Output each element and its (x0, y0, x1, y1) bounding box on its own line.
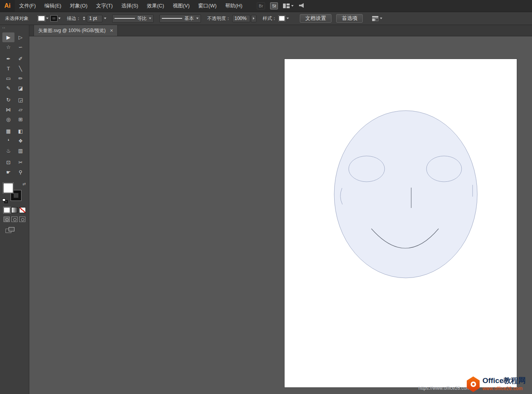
watermark-faint-url: https://www.office26.com (418, 385, 470, 391)
pen-tool[interactable]: ✒ (2, 54, 14, 64)
curvature-tool[interactable]: ✐ (14, 54, 27, 64)
menu-effect[interactable]: 效果(C) (143, 0, 168, 12)
stepper-down-icon[interactable] (83, 19, 85, 20)
chevron-down-icon (149, 18, 151, 19)
style-dropdown-icon[interactable] (287, 18, 289, 19)
default-fill-stroke-icon[interactable] (2, 199, 9, 204)
stroke-width-stepper[interactable] (83, 16, 85, 20)
fill-swatch[interactable] (38, 16, 45, 21)
color-mode-row (0, 207, 29, 213)
screen-mode-button[interactable] (5, 227, 15, 233)
draw-inside-button[interactable] (19, 217, 25, 222)
selection-status: 未选择对象 (5, 15, 36, 22)
line-segment-tool[interactable]: ╲ (14, 64, 27, 73)
perspective-grid-tool[interactable]: ⊞ (14, 115, 27, 124)
menu-type[interactable]: 文字(T) (92, 0, 117, 12)
app-logo[interactable]: Ai (0, 0, 15, 12)
gradient-mode-button[interactable] (11, 207, 18, 213)
none-mode-button[interactable] (19, 207, 26, 213)
width-tool[interactable]: ⋈ (2, 105, 14, 115)
stock-icon[interactable]: St (270, 2, 278, 9)
menu-window[interactable]: 窗口(W) (194, 0, 221, 12)
watermark-url: www.office26.com (482, 386, 526, 391)
fill-color-well[interactable] (38, 16, 48, 21)
style-label: 样式： (263, 15, 277, 22)
draw-normal-button[interactable] (4, 217, 10, 222)
menu-help[interactable]: 帮助(H) (221, 0, 247, 12)
illustrator-window: Ai 文件(F) 编辑(E) 对象(O) 文字(T) 选择(S) 效果(C) 视… (0, 0, 532, 394)
chevron-down-icon (380, 18, 382, 19)
share-icon[interactable] (299, 3, 305, 9)
draw-behind-button[interactable] (11, 217, 18, 222)
watermark-text-block: Office教程网 www.office26.com (482, 377, 526, 391)
shape-builder-tool[interactable]: ◎ (2, 115, 14, 124)
symbol-sprayer-tool[interactable]: ♨ (2, 146, 14, 156)
stepper-up-icon[interactable] (83, 16, 85, 18)
arrow-right-icon (253, 17, 254, 20)
rectangle-tool[interactable]: ▭ (2, 73, 14, 83)
panel-toggle[interactable] (372, 16, 382, 21)
zoom-tool[interactable]: ⚲ (14, 167, 27, 177)
chevron-down-icon (46, 18, 48, 19)
canvas-area[interactable] (29, 36, 532, 394)
stroke-width-label: 描边： (67, 15, 81, 22)
document-tab[interactable]: 矢量图.svg @ 100% (RGB/预览) × (34, 25, 118, 36)
eraser-tool[interactable]: ◪ (14, 83, 27, 93)
collapse-toolbar-icon[interactable]: ‹‹ (0, 25, 29, 31)
menu-bar: Ai 文件(F) 编辑(E) 对象(O) 文字(T) 选择(S) 效果(C) 视… (0, 0, 532, 12)
menu-file[interactable]: 文件(F) (15, 0, 40, 12)
menu-select[interactable]: 选择(S) (117, 0, 142, 12)
screen-mode-front-icon (9, 227, 14, 231)
chevron-down-icon (196, 18, 199, 19)
brush-preview (162, 18, 182, 19)
drawing-modes-row (0, 217, 29, 222)
watermark-ring-icon (471, 381, 476, 387)
blend-tool[interactable]: ❖ (14, 136, 27, 146)
menu-view[interactable]: 视图(V) (168, 0, 194, 12)
artboard[interactable] (285, 59, 517, 387)
mesh-tool[interactable]: ▦ (2, 126, 14, 136)
scale-tool[interactable]: ◲ (14, 95, 27, 105)
eyedropper-tool[interactable]: ❛ (2, 136, 14, 146)
free-transform-tool[interactable]: ▱ (14, 105, 27, 115)
pencil-tool[interactable]: ✎ (2, 83, 14, 93)
width-profile-value: 等比 (137, 15, 147, 22)
stroke-width-input[interactable]: 1 pt (87, 15, 102, 22)
rotate-tool[interactable]: ↻ (2, 95, 14, 105)
stroke-width-dropdown-icon[interactable] (104, 18, 106, 19)
gradient-tool[interactable]: ◧ (14, 126, 27, 136)
opacity-panel-button[interactable] (251, 15, 256, 22)
type-tool[interactable]: T (2, 64, 14, 73)
chevron-down-icon (58, 18, 61, 19)
artboard-tool[interactable]: ⊡ (2, 158, 14, 167)
brush-definition-dropdown[interactable]: 基本 (159, 14, 201, 23)
close-tab-icon[interactable]: × (110, 28, 113, 33)
hand-tool[interactable]: ☛ (2, 167, 14, 177)
menu-object[interactable]: 对象(O) (66, 0, 92, 12)
document-setup-button[interactable]: 文档设置 (300, 14, 331, 23)
tools-panel: ‹‹ ▶ ▷ ☆ ∽ ✒ ✐ T ╲ ▭ ✏ ✎ ◪ ↻ ◲ ⋈ ▱ ◎ ⊞ ▦… (0, 25, 29, 394)
swap-fill-stroke-icon[interactable]: ⇄ (23, 182, 26, 186)
stroke-color-well[interactable] (51, 16, 61, 21)
lasso-tool[interactable]: ∽ (14, 42, 27, 52)
menu-edit[interactable]: 编辑(E) (40, 0, 66, 12)
column-graph-tool[interactable]: ▥ (14, 146, 27, 156)
color-mode-button[interactable] (4, 207, 10, 213)
fill-color-swatch[interactable] (3, 183, 13, 193)
width-profile-dropdown[interactable]: 等比 (112, 14, 154, 23)
selection-tool[interactable]: ▶ (2, 32, 14, 42)
workspace-switcher-icon[interactable] (283, 4, 294, 8)
preferences-button[interactable]: 首选项 (336, 14, 363, 23)
opacity-input[interactable]: 100% (232, 15, 250, 22)
default-fill-mini (2, 199, 5, 201)
magic-wand-tool[interactable]: ☆ (2, 42, 14, 52)
style-swatch[interactable] (279, 16, 285, 21)
paintbrush-tool[interactable]: ✏ (14, 73, 27, 83)
bridge-icon[interactable]: Br (257, 2, 265, 9)
tools-grid: ▶ ▷ ☆ ∽ ✒ ✐ T ╲ ▭ ✏ ✎ ◪ ↻ ◲ ⋈ ▱ ◎ ⊞ ▦ ◧ … (2, 32, 27, 177)
stroke-swatch[interactable] (51, 16, 57, 21)
face-ellipse[interactable] (334, 111, 477, 278)
direct-selection-tool[interactable]: ▷ (14, 32, 27, 42)
watermark: Office教程网 www.office26.com (467, 376, 526, 392)
slice-tool[interactable]: ✂ (14, 158, 27, 167)
